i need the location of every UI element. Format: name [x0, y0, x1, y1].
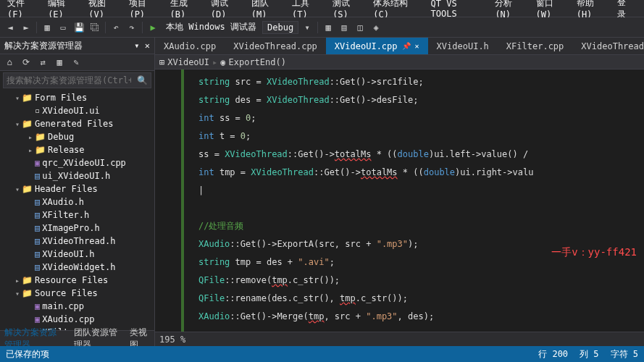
refresh-icon[interactable]: ⟳	[19, 55, 33, 70]
tree-node[interactable]: ▾📁Header Files	[0, 182, 154, 195]
menu-build[interactable]: 生成(B)	[166, 0, 206, 20]
expand-icon[interactable]: ▾	[13, 185, 22, 193]
editor-tab[interactable]: XVideoThread.h	[572, 38, 644, 55]
save-icon[interactable]: 💾	[72, 20, 86, 35]
menu-project[interactable]: 项目(P)	[125, 0, 165, 20]
toolbar: ◄ ► ▦ ▭ 💾 ⿻ ↶ ↷ ▶ 本地 Windows 调试器 Debug ▾…	[0, 17, 644, 38]
saveall-icon[interactable]: ⿻	[88, 20, 102, 35]
tab-solution-explorer[interactable]: 解决方案资源管理器	[0, 327, 70, 347]
tree-node[interactable]: ▣main.cpp	[0, 300, 154, 313]
nav-back-icon[interactable]: ◄	[3, 20, 17, 35]
tree-node[interactable]: ▾📁Form Files	[0, 91, 154, 104]
tree-node[interactable]: ▤XVideoWidget.h	[0, 261, 154, 274]
editor-tab[interactable]: XVideoUI.cpp📌✕	[326, 38, 428, 55]
tree-node[interactable]: ▣XAudio.cpp	[0, 313, 154, 326]
menu-debug[interactable]: 调试(D)	[206, 0, 247, 20]
home-icon[interactable]: ⌂	[2, 55, 17, 70]
expand-icon[interactable]: ▸	[13, 277, 22, 285]
zoom-level[interactable]: 195 %	[159, 334, 185, 345]
tool-icon[interactable]: ◈	[369, 20, 383, 35]
editor-tab[interactable]: XFilter.cpp	[498, 38, 572, 55]
separator	[142, 22, 143, 33]
tree-node[interactable]: ▾📁Generated Files	[0, 117, 154, 130]
tree-node[interactable]: ▤XVideoThread.h	[0, 235, 154, 248]
breadcrumb-method[interactable]: ExportEnd()	[229, 57, 286, 67]
folder-icon: 📁	[22, 288, 33, 298]
menu-arch[interactable]: 体系结构(C)	[369, 0, 426, 20]
config-dropdown[interactable]: Debug	[262, 21, 298, 34]
tool-icon[interactable]: ▤	[337, 20, 351, 35]
tree-label: Resource Files	[35, 275, 108, 285]
solution-search[interactable]: 🔍	[3, 72, 151, 88]
pin-icon[interactable]: 📌	[402, 42, 411, 50]
folder-icon: 📁	[22, 119, 33, 129]
menu-team[interactable]: 团队(M)	[247, 0, 288, 20]
tree-node[interactable]: ▤XAudio.h	[0, 195, 154, 209]
editor-tab[interactable]: XVideoThread.cpp	[225, 38, 326, 55]
tree-label: XVideoUI.ui	[42, 106, 99, 116]
editor-tab[interactable]: XAudio.cpp	[155, 38, 225, 55]
tree-node[interactable]: ▸📁Resource Files	[0, 274, 154, 287]
tool-icon[interactable]: ◫	[353, 20, 367, 35]
folder-icon: 📁	[35, 145, 46, 155]
cpp-icon: ▣	[35, 301, 40, 311]
start-debug-icon[interactable]: ▶	[146, 20, 160, 35]
expand-icon[interactable]: ▾	[13, 120, 22, 128]
code-editor[interactable]: string src = XVideoThread::Get()->src1fi…	[155, 70, 644, 332]
tree-label: XFilter.h	[42, 210, 89, 220]
tree-node[interactable]: ▣qrc_XVideoUI.cpp	[0, 156, 154, 169]
menu-edit[interactable]: 编辑(E)	[43, 0, 84, 20]
menu-window[interactable]: 窗口(W)	[532, 0, 572, 20]
cpp-icon: ▣	[35, 314, 40, 324]
tree-node[interactable]: ▤XVideoUI.h	[0, 248, 154, 261]
tree-node[interactable]: ▤ui_XVideoUI.h	[0, 169, 154, 182]
breadcrumb-class[interactable]: XVideoUI	[167, 57, 209, 67]
h-icon: ▤	[35, 210, 40, 220]
tool-icon[interactable]: ▦	[321, 20, 335, 35]
menu-test[interactable]: 测试(S)	[328, 0, 369, 20]
open-icon[interactable]: ▭	[56, 20, 70, 35]
redo-icon[interactable]: ↷	[125, 20, 139, 35]
tree-node[interactable]: ▤XFilter.h	[0, 209, 154, 222]
menu-tools[interactable]: 工具(T)	[288, 0, 328, 20]
menu-view[interactable]: 视图(V)	[84, 0, 125, 20]
gutter	[155, 70, 184, 332]
expand-icon[interactable]: ▸	[26, 146, 35, 154]
tree-node[interactable]: ▸📁Debug	[0, 130, 154, 143]
nav-fwd-icon[interactable]: ►	[19, 20, 33, 35]
menu-qtvstools[interactable]: QT VS TOOLS	[427, 0, 491, 19]
tree-node[interactable]: ▸📁Release	[0, 143, 154, 156]
expand-icon[interactable]: ▾	[13, 290, 22, 298]
panel-pin-icon[interactable]: ▾ ✕	[134, 41, 150, 51]
tree-node[interactable]: ▫XVideoUI.ui	[0, 104, 154, 117]
tab-label: XVideoThread.h	[581, 41, 644, 51]
showall-icon[interactable]: ▦	[52, 55, 67, 70]
watermark: 一手v：yy-ff421	[551, 246, 637, 259]
menu-help[interactable]: 帮助(H)	[572, 0, 613, 20]
editor-tab[interactable]: XVideoUI.h	[428, 38, 498, 55]
properties-icon[interactable]: ✎	[69, 55, 83, 70]
tree-label: Release	[48, 145, 85, 155]
undo-icon[interactable]: ↶	[109, 20, 123, 35]
dropdown-icon[interactable]: ▾	[300, 20, 314, 35]
search-icon[interactable]: 🔍	[134, 75, 151, 85]
menu-analyze[interactable]: 分析(N)	[490, 0, 531, 20]
tree-node[interactable]: ▤XImagePro.h	[0, 222, 154, 235]
sync-icon[interactable]: ⇄	[35, 55, 50, 70]
cpp-icon: ▣	[35, 158, 40, 168]
close-icon[interactable]: ✕	[415, 42, 419, 50]
tree-node[interactable]: ▾📁Source Files	[0, 287, 154, 300]
expand-icon[interactable]: ▾	[13, 94, 22, 102]
editor-tabs: XAudio.cppXVideoThread.cppXVideoUI.cpp📌✕…	[155, 38, 644, 55]
expand-icon[interactable]: ▸	[26, 133, 35, 141]
tree-label: XVideoWidget.h	[42, 262, 115, 272]
debug-target[interactable]: 本地 Windows 调试器	[162, 21, 261, 33]
folder-icon: 📁	[22, 93, 33, 103]
search-input[interactable]	[4, 75, 134, 85]
separator	[36, 22, 37, 33]
code-area[interactable]: string src = XVideoThread::Get()->src1fi…	[184, 70, 644, 332]
tab-class-view[interactable]: 类视图	[125, 327, 154, 347]
menu-file[interactable]: 文件(F)	[3, 0, 43, 20]
tab-team-explorer[interactable]: 团队资源管理器	[70, 327, 125, 347]
new-file-icon[interactable]: ▦	[40, 20, 54, 35]
